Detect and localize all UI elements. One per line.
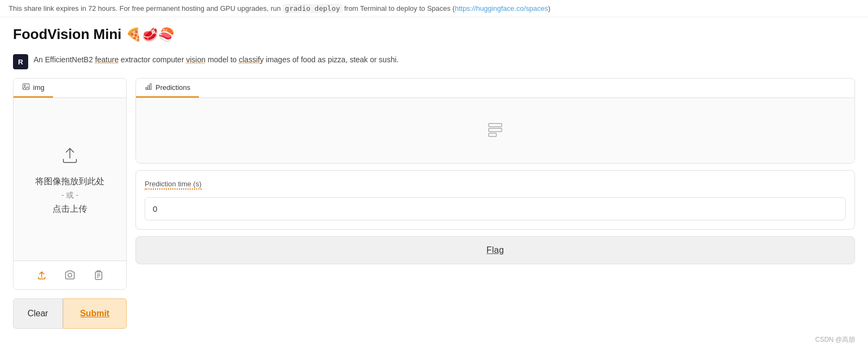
img-tab-label: img [33,83,44,92]
upload-button[interactable] [34,268,49,283]
top-banner: This share link expires in 72 hours. For… [0,0,868,17]
predictions-tab-label: Predictions [156,83,190,92]
prediction-time-label: Prediction time (s) [145,180,202,190]
predictions-empty-icon [487,121,504,140]
roberta-icon: R [13,54,28,69]
svg-rect-11 [489,128,502,132]
feature-word: feature [95,55,119,64]
flag-button[interactable]: Flag [135,236,855,264]
banner-link[interactable]: https://huggingface.co/spaces [455,4,548,12]
upload-main-text: 将图像拖放到此处 [35,176,105,187]
upload-icon [59,144,81,167]
main-layout: img 将图像拖放到此处 - 或 - 点击上传 [0,78,868,329]
svg-rect-7 [146,88,147,90]
predictions-tab: Predictions [136,79,854,98]
svg-rect-8 [148,86,150,89]
app-header: FoodVision Mini 🍕🥩🍣 [0,17,868,47]
output-panel: Predictions Prediction time (s) 0 Fla [135,78,855,264]
footer-credit: CSDN @高朋 [0,329,868,351]
app-title-emojis: 🍕🥩🍣 [126,27,174,42]
app-description: R An EfficientNetB2 feature extractor co… [0,47,868,78]
predictions-box: Predictions [135,78,855,164]
description-text: An EfficientNetB2 feature extractor comp… [34,54,399,66]
predictions-tab-item[interactable]: Predictions [136,79,199,97]
svg-point-1 [24,85,26,87]
svg-rect-10 [489,123,502,127]
upload-area[interactable]: 将图像拖放到此处 - 或 - 点击上传 [14,98,126,261]
input-panel-tab: img [14,79,126,98]
img-tab[interactable]: img [14,79,53,97]
input-panel: img 将图像拖放到此处 - 或 - 点击上传 [13,78,127,329]
vision-word: vision [186,55,205,64]
credit-text: CSDN @高朋 [815,336,855,343]
clear-button[interactable]: Clear [13,298,63,329]
banner-code: gradio deploy [283,4,342,13]
submit-button[interactable]: Submit [63,298,127,329]
prediction-time-box: Prediction time (s) 0 [135,170,855,230]
webcam-button[interactable] [62,268,77,283]
banner-text3: ) [548,4,550,12]
banner-text2: from Terminal to deploy to Spaces ( [342,4,455,12]
svg-rect-12 [489,133,496,136]
prediction-time-value: 0 [145,197,846,220]
svg-point-2 [68,274,72,277]
upload-click-text: 点击上传 [53,204,87,215]
predictions-content [136,98,854,163]
app-title: FoodVision Mini 🍕🥩🍣 [13,26,855,43]
classify-word: classify [239,55,264,64]
upload-or-text: - 或 - [61,191,78,200]
image-icon [22,83,30,92]
svg-rect-9 [150,84,152,90]
upload-toolbar [14,261,126,289]
action-buttons: Clear Submit [13,298,127,329]
bar-chart-icon [145,83,152,92]
app-title-text: FoodVision Mini [13,26,121,43]
banner-text1: This share link expires in 72 hours. For… [9,4,283,12]
clipboard-button[interactable] [90,268,106,283]
